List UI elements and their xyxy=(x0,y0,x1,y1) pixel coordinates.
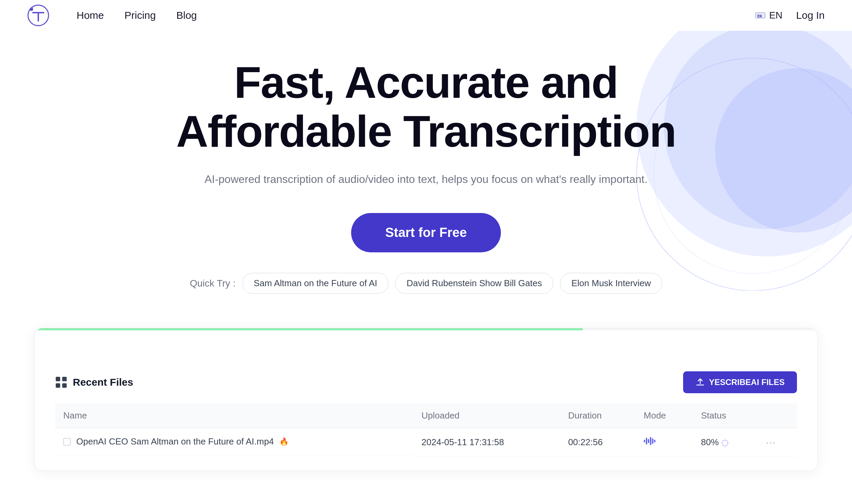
dashboard-body: Recent Files YESCRIBEAI FILES Name Uploa… xyxy=(35,330,817,470)
dashboard-preview: Recent Files YESCRIBEAI FILES Name Uploa… xyxy=(34,328,818,471)
svg-rect-18 xyxy=(650,437,651,445)
col-status: Status xyxy=(693,403,758,428)
login-button[interactable]: Log In xyxy=(796,10,825,21)
col-mode: Mode xyxy=(636,403,693,428)
table-header: Name Uploaded Duration Mode Status xyxy=(55,403,797,428)
lang-label: EN xyxy=(769,10,783,21)
file-status-percent: 80% xyxy=(701,437,719,447)
table-body: OpenAI CEO Sam Altman on the Future of A… xyxy=(55,428,797,457)
quick-try-chip-2[interactable]: Elon Musk Interview xyxy=(560,273,662,294)
quick-try-label: Quick Try : xyxy=(190,278,236,289)
svg-rect-16 xyxy=(646,438,647,445)
nav-blog[interactable]: Blog xyxy=(176,10,197,21)
svg-text:EN: EN xyxy=(757,14,762,18)
col-duration: Duration xyxy=(560,403,636,428)
hero-content: Fast, Accurate and Affordable Transcript… xyxy=(68,58,784,294)
svg-rect-11 xyxy=(56,377,60,381)
language-selector[interactable]: EN EN xyxy=(755,10,783,21)
file-name: OpenAI CEO Sam Altman on the Future of A… xyxy=(76,436,274,447)
navbar: Home Pricing Blog EN EN Log In xyxy=(0,0,852,31)
dashboard-spacer xyxy=(55,344,797,371)
recent-files-title: Recent Files xyxy=(55,376,133,388)
table-row: OpenAI CEO Sam Altman on the Future of A… xyxy=(55,428,797,457)
svg-rect-14 xyxy=(62,383,67,388)
quick-try-section: Quick Try : Sam Altman on the Future of … xyxy=(68,273,784,294)
file-status: 80% ◌ xyxy=(693,428,758,457)
file-uploaded: 2024-05-11 17:31:58 xyxy=(413,428,560,457)
nav-links: Home Pricing Blog xyxy=(77,10,755,21)
upload-icon xyxy=(695,377,705,387)
audio-wave-icon xyxy=(644,436,656,446)
upload-button[interactable]: YESCRIBEAI FILES xyxy=(683,371,797,393)
grid-icon xyxy=(55,376,67,388)
quick-try-chip-0[interactable]: Sam Altman on the Future of AI xyxy=(242,273,388,294)
status-spinner-icon: ◌ xyxy=(721,438,729,447)
hero-subtitle: AI-powered transcription of audio/video … xyxy=(68,173,784,186)
file-duration: 00:22:56 xyxy=(560,428,636,457)
col-name: Name xyxy=(55,403,413,428)
svg-point-3 xyxy=(30,8,33,11)
svg-rect-15 xyxy=(644,440,645,442)
col-actions xyxy=(758,403,797,428)
recent-files-header: Recent Files YESCRIBEAI FILES xyxy=(55,371,797,393)
files-table: Name Uploaded Duration Mode Status OpenA… xyxy=(55,403,797,457)
col-uploaded: Uploaded xyxy=(413,403,560,428)
nav-pricing[interactable]: Pricing xyxy=(124,10,156,21)
file-mode xyxy=(636,428,693,457)
nav-home[interactable]: Home xyxy=(77,10,104,21)
svg-rect-13 xyxy=(56,383,60,388)
file-name-cell: OpenAI CEO Sam Altman on the Future of A… xyxy=(55,428,413,455)
file-emoji-icon: 🔥 xyxy=(279,437,289,446)
file-actions: ··· xyxy=(758,428,797,457)
file-checkbox[interactable] xyxy=(63,438,71,446)
logo[interactable] xyxy=(27,4,49,26)
quick-try-chip-1[interactable]: David Rubenstein Show Bill Gates xyxy=(395,273,553,294)
svg-rect-17 xyxy=(648,439,649,443)
recent-files-label: Recent Files xyxy=(73,376,133,388)
language-icon: EN xyxy=(755,10,766,21)
cta-start-free[interactable]: Start for Free xyxy=(351,213,501,252)
upload-button-label: YESCRIBEAI FILES xyxy=(709,377,785,387)
svg-rect-12 xyxy=(62,377,67,381)
hero-section: Fast, Accurate and Affordable Transcript… xyxy=(0,31,852,314)
svg-rect-19 xyxy=(652,438,653,444)
hero-title: Fast, Accurate and Affordable Transcript… xyxy=(152,58,700,156)
nav-right: EN EN Log In xyxy=(755,10,825,21)
more-options-button[interactable]: ··· xyxy=(766,437,776,448)
svg-rect-20 xyxy=(654,440,655,442)
